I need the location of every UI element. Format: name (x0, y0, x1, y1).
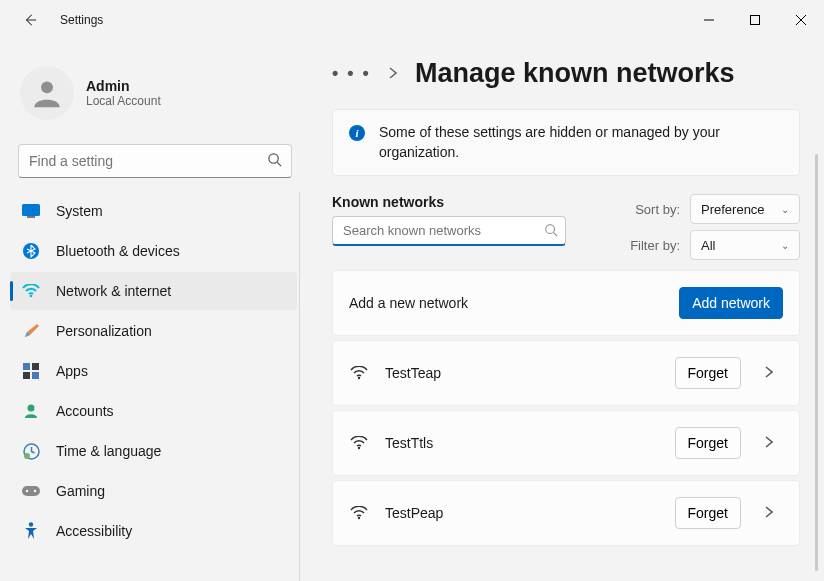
svg-rect-12 (32, 363, 39, 370)
network-row[interactable]: TestTtls Forget (332, 410, 800, 476)
breadcrumb-ellipsis[interactable]: • • • (332, 63, 371, 84)
svg-point-4 (41, 81, 53, 93)
svg-rect-7 (22, 204, 40, 216)
banner-message: Some of these settings are hidden or man… (379, 123, 783, 162)
clock-icon (22, 442, 40, 460)
wifi-icon (349, 366, 369, 380)
svg-point-19 (26, 490, 28, 492)
chevron-right-icon[interactable] (765, 434, 783, 452)
chevron-down-icon: ⌄ (781, 204, 789, 215)
sidebar-search-input[interactable] (18, 144, 292, 178)
nav-label: Accounts (56, 403, 114, 419)
network-name: TestPeap (385, 505, 659, 521)
info-icon: i (349, 125, 365, 141)
svg-line-6 (277, 162, 281, 166)
search-icon (544, 223, 558, 241)
networks-search-input[interactable] (332, 216, 566, 246)
main-pane: • • • Manage known networks i Some of th… (310, 40, 824, 581)
minimize-button[interactable] (686, 0, 732, 40)
svg-point-17 (24, 453, 30, 459)
add-network-label: Add a new network (349, 295, 663, 311)
sidebar-item-gaming[interactable]: Gaming (10, 472, 297, 510)
avatar (20, 66, 74, 120)
nav-list: System Bluetooth & devices Network & int… (10, 192, 300, 581)
sort-value: Preference (701, 202, 765, 217)
svg-point-5 (269, 154, 278, 163)
sidebar-item-accounts[interactable]: Accounts (10, 392, 297, 430)
svg-rect-18 (22, 486, 40, 496)
user-sub: Local Account (86, 94, 161, 108)
user-block[interactable]: Admin Local Account (10, 58, 300, 140)
network-row[interactable]: TestTeap Forget (332, 340, 800, 406)
chevron-right-icon[interactable] (765, 364, 783, 382)
network-row[interactable]: TestPeap Forget (332, 480, 800, 546)
network-name: TestTeap (385, 365, 659, 381)
svg-rect-8 (27, 216, 35, 218)
sidebar: Admin Local Account System Bluetooth & d… (0, 40, 310, 581)
add-network-button[interactable]: Add network (679, 287, 783, 319)
scrollbar[interactable] (815, 154, 818, 571)
svg-point-25 (358, 447, 360, 449)
nav-label: Accessibility (56, 523, 132, 539)
svg-line-23 (554, 233, 558, 237)
nav-label: Network & internet (56, 283, 171, 299)
svg-rect-11 (23, 363, 30, 370)
forget-button[interactable]: Forget (675, 497, 741, 529)
add-network-card: Add a new network Add network (332, 270, 800, 336)
nav-label: Personalization (56, 323, 152, 339)
sidebar-item-apps[interactable]: Apps (10, 352, 297, 390)
breadcrumb: • • • Manage known networks (332, 58, 800, 89)
svg-point-20 (34, 490, 36, 492)
svg-point-24 (358, 377, 360, 379)
sort-select[interactable]: Preference ⌄ (690, 194, 800, 224)
org-banner: i Some of these settings are hidden or m… (332, 109, 800, 176)
svg-point-15 (28, 405, 35, 412)
wifi-icon (349, 436, 369, 450)
person-icon (22, 402, 40, 420)
maximize-button[interactable] (732, 0, 778, 40)
nav-label: Bluetooth & devices (56, 243, 180, 259)
svg-point-26 (358, 517, 360, 519)
filter-select[interactable]: All ⌄ (690, 230, 800, 260)
back-button[interactable] (20, 10, 40, 30)
networks-search[interactable] (332, 216, 566, 246)
window-title: Settings (60, 13, 103, 27)
filter-label: Filter by: (630, 238, 680, 253)
svg-rect-1 (751, 16, 760, 25)
close-button[interactable] (778, 0, 824, 40)
chevron-right-icon[interactable] (765, 504, 783, 522)
nav-label: Apps (56, 363, 88, 379)
svg-rect-14 (32, 372, 39, 379)
bluetooth-icon (22, 242, 40, 260)
svg-point-10 (30, 295, 33, 298)
svg-rect-13 (23, 372, 30, 379)
page-title: Manage known networks (415, 58, 735, 89)
sidebar-search[interactable] (18, 144, 292, 178)
chevron-right-icon (389, 65, 397, 83)
wifi-icon (349, 506, 369, 520)
sort-label: Sort by: (635, 202, 680, 217)
filter-value: All (701, 238, 715, 253)
network-name: TestTtls (385, 435, 659, 451)
gamepad-icon (22, 482, 40, 500)
sidebar-item-system[interactable]: System (10, 192, 297, 230)
sidebar-item-accessibility[interactable]: Accessibility (10, 512, 297, 550)
sidebar-item-time[interactable]: Time & language (10, 432, 297, 470)
accessibility-icon (22, 522, 40, 540)
forget-button[interactable]: Forget (675, 357, 741, 389)
nav-label: System (56, 203, 103, 219)
svg-point-22 (546, 225, 555, 234)
nav-label: Gaming (56, 483, 105, 499)
nav-label: Time & language (56, 443, 161, 459)
user-name: Admin (86, 78, 161, 94)
section-label: Known networks (332, 194, 566, 210)
sidebar-item-network[interactable]: Network & internet (10, 272, 297, 310)
chevron-down-icon: ⌄ (781, 240, 789, 251)
system-icon (22, 202, 40, 220)
apps-icon (22, 362, 40, 380)
sidebar-item-personalization[interactable]: Personalization (10, 312, 297, 350)
wifi-icon (22, 282, 40, 300)
brush-icon (22, 322, 40, 340)
sidebar-item-bluetooth[interactable]: Bluetooth & devices (10, 232, 297, 270)
forget-button[interactable]: Forget (675, 427, 741, 459)
